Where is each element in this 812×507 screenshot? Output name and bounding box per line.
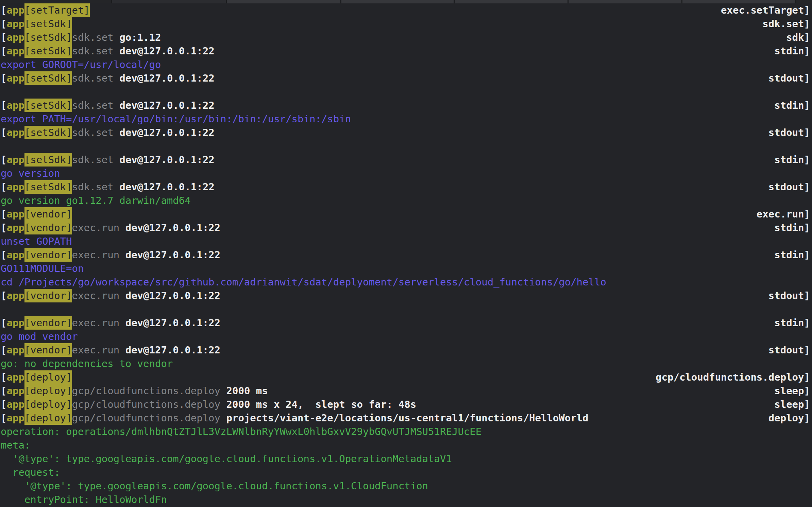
log-segment-bright: dev@127.0.0.1:22	[125, 289, 220, 302]
log-segment-bright: dev@127.0.0.1:22	[119, 153, 214, 167]
log-channel-label: stdin]	[774, 221, 810, 234]
log-channel-label: stdin]	[774, 316, 810, 330]
log-segment-tag_highlight: [setSdk]	[24, 180, 72, 194]
log-segment-output: entryPoint: HelloWorldFn	[1, 493, 167, 506]
tab-strip-segment	[796, 0, 812, 3]
log-segment-tag: app	[6, 31, 24, 44]
log-segment-muted: exec.run	[72, 248, 125, 262]
log-segment-tag: app	[6, 153, 24, 167]
log-line: [app[setSdk]sdk.set dev@127.0.0.1:22stdo…	[1, 126, 810, 139]
log-segment-muted: sdk.set	[72, 44, 120, 58]
log-segment-bright: go:1.12	[119, 31, 161, 44]
log-segment-muted: exec.run	[72, 343, 125, 357]
log-line: [app[vendor]exec.run]	[1, 207, 810, 221]
log-channel-label: sleep]	[774, 398, 810, 411]
log-line: export PATH=/usr/local/go/bin:/usr/bin:/…	[1, 112, 810, 126]
log-line: [app[setSdk]sdk.set dev@127.0.0.1:22stdi…	[1, 153, 810, 167]
log-line: cd /Projects/go/workspace/src/github.com…	[1, 275, 810, 289]
log-channel-label: exec.run]	[757, 207, 810, 221]
log-line	[1, 302, 810, 316]
log-channel-label: stdin]	[774, 99, 810, 112]
log-segment-tag_highlight: [vendor]	[24, 343, 72, 357]
log-segment-bright: dev@127.0.0.1:22	[125, 248, 220, 262]
log-line: '@type': type.googleapis.com/google.clou…	[1, 479, 810, 493]
log-line: go version	[1, 167, 810, 180]
log-segment-bright: [	[1, 71, 6, 85]
log-segment-bright: [	[1, 248, 6, 262]
log-line: entryPoint: HelloWorldFn	[1, 493, 810, 506]
log-segment-muted: gcp/cloudfunctions.deploy	[72, 398, 226, 411]
log-line: unset GOPATH	[1, 234, 810, 248]
log-line: [app[setSdk]sdk.set go:1.12sdk]	[1, 31, 810, 44]
log-segment-bright: dev@127.0.0.1:22	[125, 221, 220, 234]
log-line: export GOROOT=/usr/local/go	[1, 58, 810, 71]
log-line: go: no dependencies to vendor	[1, 357, 810, 370]
log-segment-bright: [	[1, 3, 6, 17]
log-channel-label: stdout]	[768, 126, 810, 139]
log-line: [app[vendor]exec.run dev@127.0.0.1:22std…	[1, 343, 810, 357]
log-segment-tag: app	[6, 289, 24, 302]
log-segment-command: GO111MODULE=on	[1, 262, 84, 275]
log-segment-tag: app	[6, 343, 24, 357]
log-segment-muted: exec.run	[72, 316, 125, 330]
log-channel-label: stdout]	[768, 180, 810, 194]
log-segment-muted: sdk.set	[72, 180, 120, 194]
log-segment-tag_highlight: [vendor]	[24, 207, 72, 221]
log-segment-tag: app	[6, 248, 24, 262]
log-segment-bright: [	[1, 44, 6, 58]
log-segment-command: export PATH=/usr/local/go/bin:/usr/bin:/…	[1, 112, 351, 126]
log-line: GO111MODULE=on	[1, 262, 810, 275]
log-line: [app[deploy]gcp/cloudfunctions.deploy 20…	[1, 398, 810, 411]
log-segment-command: go version	[1, 167, 60, 180]
log-channel-label: stdout]	[768, 71, 810, 85]
log-segment-bright: [	[1, 343, 6, 357]
log-segment-bright: [	[1, 221, 6, 234]
log-segment-tag: app	[6, 411, 24, 425]
log-channel-label: sdk]	[786, 31, 810, 44]
log-channel-label: sdk.set]	[762, 17, 810, 31]
log-segment-tag_highlight: [setSdk]	[24, 44, 72, 58]
log-segment-bright: 2000 ms x 24, slept so far: 48s	[226, 398, 417, 411]
screen: { "palette": { "bg": "#232428", "strip":…	[0, 0, 812, 507]
log-segment-tag: app	[6, 44, 24, 58]
log-segment-tag: app	[6, 316, 24, 330]
log-segment-tag_highlight: [deploy]	[24, 370, 72, 384]
log-segment-tag_highlight: [vendor]	[24, 289, 72, 302]
log-line: [app[deploy]gcp/cloudfunctions.deploy]	[1, 370, 810, 384]
log-segment-bright: [	[1, 207, 6, 221]
log-line: [app[vendor]exec.run dev@127.0.0.1:22std…	[1, 248, 810, 262]
log-line: '@type': type.googleapis.com/google.clou…	[1, 452, 810, 466]
tab-strip-segment	[682, 0, 796, 3]
log-segment-output: meta:	[1, 438, 30, 452]
log-line: [app[setSdk]sdk.set dev@127.0.0.1:22stdi…	[1, 44, 810, 58]
log-channel-label: gcp/cloudfunctions.deploy]	[656, 370, 810, 384]
log-segment-muted: sdk.set	[72, 31, 120, 44]
log-line: [app[setTarget]exec.setTarget]	[1, 3, 810, 17]
log-segment-bright: [	[1, 126, 6, 139]
log-line: [app[setSdk]sdk.set dev@127.0.0.1:22stdi…	[1, 99, 810, 112]
log-line: [app[setSdk]sdk.set dev@127.0.0.1:22stdo…	[1, 180, 810, 194]
log-segment-tag_highlight: [setTarget]	[24, 3, 90, 17]
log-segment-output: go: no dependencies to vendor	[1, 357, 173, 370]
tab-strip-segment	[0, 0, 112, 3]
log-channel-label: stdin]	[774, 153, 810, 167]
log-segment-bright: dev@127.0.0.1:22	[119, 44, 214, 58]
log-segment-tag: app	[6, 180, 24, 194]
log-segment-muted: gcp/cloudfunctions.deploy	[72, 411, 226, 425]
tab-strip-segment	[227, 0, 341, 3]
log-segment-bright: dev@127.0.0.1:22	[125, 316, 220, 330]
log-segment-output: '@type': type.googleapis.com/google.clou…	[1, 452, 452, 466]
terminal-log[interactable]: [app[setTarget]exec.setTarget][app[setSd…	[0, 3, 812, 506]
log-channel-label: stdout]	[768, 289, 810, 302]
log-line: [app[vendor]exec.run dev@127.0.0.1:22std…	[1, 221, 810, 234]
log-segment-bright: 2000 ms	[226, 384, 268, 398]
log-segment-bright: [	[1, 289, 6, 302]
log-segment-muted: gcp/cloudfunctions.deploy	[72, 384, 226, 398]
log-segment-command: unset GOPATH	[1, 234, 72, 248]
log-segment-tag: app	[6, 99, 24, 112]
log-segment-bright: [	[1, 31, 6, 44]
log-segment-muted: exec.run	[72, 289, 125, 302]
log-segment-output: operation: operations/dmlhbnQtZTJlL3VzLW…	[1, 425, 481, 438]
log-segment-tag: app	[6, 221, 24, 234]
log-line: [app[deploy]gcp/cloudfunctions.deploy 20…	[1, 384, 810, 398]
